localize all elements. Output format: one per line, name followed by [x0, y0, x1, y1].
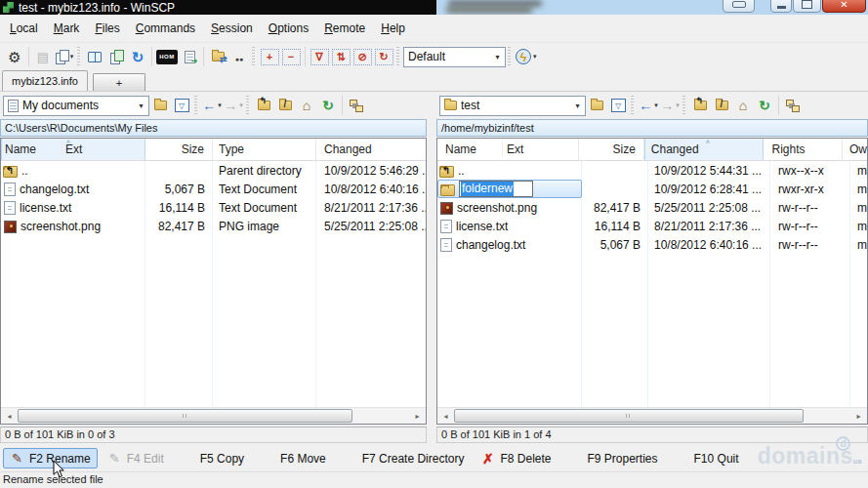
- scroll-left-icon[interactable]: ◂: [1, 408, 18, 424]
- file-owner: my: [850, 201, 867, 215]
- column-header-size[interactable]: Size: [145, 139, 213, 160]
- local-open-directory-button[interactable]: [149, 95, 171, 116]
- function-key-button[interactable]: F5 Copy: [174, 448, 251, 468]
- local-root-directory-button[interactable]: /: [274, 95, 296, 116]
- chevron-down-icon[interactable]: [490, 48, 505, 66]
- chevron-down-icon[interactable]: [570, 97, 585, 115]
- function-key-button[interactable]: F10 Quit: [668, 448, 746, 468]
- menu-item[interactable]: Session: [203, 16, 261, 42]
- file-row[interactable]: license.txt 16,114 B Text Document 8/21/…: [1, 198, 426, 217]
- column-header-changed[interactable]: Changed: [316, 139, 426, 160]
- console-button[interactable]: HOM: [155, 46, 179, 67]
- local-filter-button[interactable]: [171, 95, 192, 116]
- remote-back-button[interactable]: ▾: [638, 95, 659, 116]
- file-size: 5,067 B: [582, 238, 648, 252]
- column-header-type[interactable]: Type: [213, 139, 316, 160]
- rename-input[interactable]: foldernew: [459, 181, 533, 197]
- close-button[interactable]: [822, 0, 866, 13]
- function-key-button[interactable]: F8 Delete: [474, 448, 558, 468]
- maximize-button[interactable]: [793, 0, 821, 13]
- column-header-name[interactable]: Name Ext ˄: [1, 139, 145, 160]
- refresh-button[interactable]: [127, 46, 148, 67]
- toolbar-grip: [631, 96, 634, 115]
- chevron-down-icon[interactable]: [134, 97, 148, 115]
- local-horizontal-scrollbar[interactable]: ◂ ▸: [1, 407, 426, 424]
- find-files-button[interactable]: [228, 46, 250, 67]
- local-parent-directory-button[interactable]: ↰: [253, 95, 274, 116]
- local-refresh-button[interactable]: [317, 95, 339, 116]
- preferences-button[interactable]: [4, 46, 25, 67]
- clear-filter-button[interactable]: ⊘: [351, 46, 373, 67]
- function-key-button[interactable]: F4 Edit: [101, 448, 171, 468]
- menu-item[interactable]: Mark: [46, 16, 88, 42]
- remote-path-bar[interactable]: /home/mybizinf/test: [436, 119, 868, 137]
- file-row[interactable]: .. Parent directory 10/9/2012 5:46:29 ..…: [1, 161, 426, 180]
- transfer-options-button[interactable]: ▾: [515, 46, 538, 67]
- function-key-button[interactable]: F2 Rename: [3, 448, 98, 468]
- sort-button[interactable]: ⇅: [330, 46, 351, 67]
- column-header-name[interactable]: Name Ext: [437, 139, 579, 160]
- file-size: 16,114 B: [582, 220, 648, 233]
- file-row[interactable]: license.txt 16,114 B 8/21/2011 2:17:36 .…: [437, 217, 867, 235]
- scrollbar-thumb[interactable]: [454, 409, 804, 423]
- local-drive-combo[interactable]: My documents: [3, 96, 149, 116]
- file-row[interactable]: changelog.txt 5,067 B Text Document 10/8…: [1, 180, 426, 198]
- file-row[interactable]: foldernew 10/9/2012 6:28:41 ... rwxr-xr-…: [437, 180, 867, 198]
- scrollbar-thumb[interactable]: [18, 409, 352, 423]
- synchronize-button[interactable]: [105, 46, 127, 67]
- minimize-button[interactable]: [770, 0, 792, 13]
- local-back-button[interactable]: ▾: [201, 95, 223, 116]
- function-key-button[interactable]: F7 Create Directory: [336, 448, 472, 468]
- local-forward-button[interactable]: ▾: [223, 95, 244, 116]
- unselect-files-button[interactable]: −: [280, 46, 302, 67]
- function-key-button[interactable]: F6 Move: [254, 448, 333, 468]
- local-tree-button[interactable]: [346, 95, 367, 116]
- local-home-directory-button[interactable]: [296, 95, 317, 116]
- menu-item[interactable]: Local: [2, 16, 46, 42]
- scroll-left-icon[interactable]: ◂: [437, 408, 454, 424]
- column-header-changed[interactable]: Changed ˄: [644, 139, 765, 160]
- window-extra-button[interactable]: [723, 0, 755, 13]
- stored-sessions-button[interactable]: [32, 46, 54, 67]
- scroll-right-icon[interactable]: ▸: [409, 408, 426, 424]
- remote-open-directory-button[interactable]: [586, 95, 607, 116]
- remote-root-directory-button[interactable]: /: [711, 95, 732, 116]
- file-changed: 5/25/2011 2:25:08 ...: [648, 201, 770, 215]
- menu-item[interactable]: Help: [373, 16, 413, 42]
- column-header-rights[interactable]: Rights: [764, 139, 843, 160]
- transfer-settings-combo[interactable]: Default: [403, 47, 506, 67]
- remote-tree-button[interactable]: [782, 95, 804, 116]
- remote-directory-combo[interactable]: test: [439, 96, 586, 116]
- remote-horizontal-scrollbar[interactable]: ◂ ▸: [437, 407, 867, 424]
- remote-home-directory-button[interactable]: [732, 95, 754, 116]
- remote-filter-button[interactable]: [607, 95, 629, 116]
- remote-forward-button[interactable]: ▾: [659, 95, 681, 116]
- duplicate-session-button[interactable]: ▾: [54, 46, 75, 67]
- filter-icon: [175, 99, 189, 112]
- local-path-bar[interactable]: C:\Users\R\Documents\My Files: [0, 119, 427, 137]
- file-row[interactable]: changelog.txt 5,067 B 10/8/2012 6:40:16 …: [437, 235, 867, 254]
- scroll-right-icon[interactable]: ▸: [850, 408, 867, 424]
- remote-refresh-button[interactable]: [754, 95, 775, 116]
- menu-item[interactable]: Options: [261, 16, 316, 42]
- menu-item[interactable]: Commands: [128, 16, 203, 42]
- file-row[interactable]: screenshot.png 82,417 B 5/25/2011 2:25:0…: [437, 198, 867, 217]
- blurred-area: [448, 1, 542, 6]
- folder-up-icon: ↰: [694, 101, 707, 110]
- menu-item[interactable]: Remote: [316, 16, 373, 42]
- filter-button[interactable]: ∇: [309, 46, 330, 67]
- commander-layout-button[interactable]: [84, 46, 105, 67]
- open-in-putty-button[interactable]: [179, 46, 200, 67]
- file-row[interactable]: screenshot.png 82,417 B PNG image 5/25/2…: [1, 217, 426, 235]
- synchronize-browsing-button[interactable]: ⇄: [207, 46, 228, 67]
- column-header-size[interactable]: Size: [579, 139, 644, 160]
- column-header-owner[interactable]: Ow: [843, 139, 867, 160]
- new-session-tab[interactable]: +: [93, 73, 145, 91]
- select-files-button[interactable]: +: [259, 46, 280, 67]
- remote-parent-directory-button[interactable]: ↰: [689, 95, 711, 116]
- menu-item[interactable]: Files: [87, 16, 127, 42]
- session-tab[interactable]: mybiz123.info: [2, 70, 88, 91]
- reload-button[interactable]: ↻: [373, 46, 394, 67]
- function-key-button[interactable]: F9 Properties: [561, 448, 665, 468]
- file-row[interactable]: .. 10/9/2012 5:44:31 ... rwx--x--x my: [437, 161, 867, 180]
